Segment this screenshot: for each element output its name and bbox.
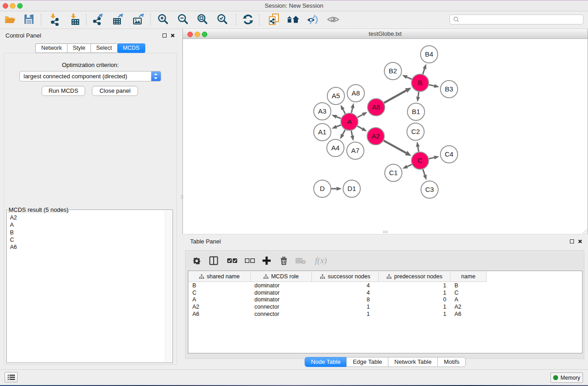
edge-C-C4[interactable] [429, 157, 435, 159]
column-header-successor-nodes[interactable]: successor nodes [312, 272, 379, 282]
table-row[interactable]: Bdominator41B [188, 282, 582, 289]
graph-node-B[interactable]: B [411, 74, 429, 91]
tab-select[interactable]: Select [91, 43, 117, 53]
graph-node-B4[interactable]: B4 [421, 46, 438, 63]
graph-node-A1[interactable]: A1 [314, 124, 331, 141]
edge-A-A5[interactable] [343, 110, 345, 114]
mcds-result-item[interactable]: B [10, 229, 165, 236]
export-table-icon[interactable] [110, 13, 125, 26]
import-table-icon[interactable] [67, 13, 83, 26]
float-panel-icon[interactable] [163, 33, 167, 38]
network-window-titlebar[interactable]: testGlobe.txt [183, 29, 588, 39]
select-all-checkboxes-icon[interactable] [225, 253, 239, 268]
table-row[interactable]: A2connector11A2 [188, 303, 582, 310]
edge-B-B1[interactable] [418, 92, 419, 97]
graph-node-A7[interactable]: A7 [347, 142, 364, 159]
zoom-in-icon[interactable] [156, 13, 171, 26]
graph-node-A[interactable]: A [341, 113, 358, 130]
edge-B-B2[interactable] [407, 77, 412, 79]
tab-mcds[interactable]: MCDS [117, 43, 145, 53]
edge-A-A6[interactable] [358, 114, 363, 117]
graph-node-A2[interactable]: A2 [367, 128, 384, 145]
table-close-panel-icon[interactable] [578, 239, 582, 244]
refresh-view-icon[interactable] [240, 13, 256, 26]
graph-node-B3[interactable]: B3 [440, 81, 458, 98]
edge-B-B4[interactable] [423, 69, 425, 74]
edge-A-A3[interactable] [336, 117, 341, 119]
import-network-icon[interactable] [47, 13, 62, 26]
close-panel-icon[interactable] [171, 33, 175, 38]
tab-motifs[interactable]: Motifs [437, 357, 466, 367]
show-columns-icon[interactable] [206, 253, 221, 268]
graph-node-A5[interactable]: A5 [327, 87, 344, 105]
memory-button[interactable]: Memory [550, 372, 583, 383]
mcds-result-item[interactable]: A6 [10, 243, 165, 251]
graph-node-D1[interactable]: D1 [343, 180, 360, 197]
home-layout-icon[interactable] [285, 13, 301, 26]
column-header-predecessor-nodes[interactable]: predecessor nodes [379, 272, 450, 282]
unselect-all-checkboxes-icon[interactable] [243, 253, 257, 268]
mcds-result-item[interactable]: C [10, 236, 165, 243]
delete-column-icon[interactable] [277, 253, 291, 268]
table-row[interactable]: A6connector11A6 [188, 310, 582, 318]
column-header-shared-name[interactable]: shared name [188, 272, 251, 282]
column-header-MCDS-role[interactable]: MCDS role [251, 272, 312, 282]
graph-node-A3[interactable]: A3 [314, 103, 331, 120]
mcds-result-item[interactable]: A2 [10, 214, 165, 221]
graph-node-C1[interactable]: C1 [385, 164, 402, 181]
export-network-icon[interactable] [90, 13, 105, 26]
column-header-name[interactable]: name [450, 272, 487, 282]
graph-node-A8[interactable]: A8 [347, 85, 364, 102]
open-session-icon[interactable] [2, 13, 18, 26]
mcds-result-item[interactable]: A [10, 221, 165, 229]
graph-node-C3[interactable]: C3 [421, 181, 438, 198]
zoom-out-icon[interactable] [176, 13, 191, 26]
graph-node-D[interactable]: D [314, 180, 331, 197]
tab-edge-table[interactable]: Edge Table [346, 357, 388, 367]
tab-network[interactable]: Network [35, 43, 67, 53]
table-float-panel-icon[interactable] [570, 239, 574, 243]
edge-A2-C[interactable] [384, 141, 406, 153]
graph-node-A4[interactable]: A4 [327, 139, 344, 157]
search-input[interactable] [460, 16, 583, 23]
edge-A-A7[interactable] [351, 131, 352, 136]
graph-node-B2[interactable]: B2 [384, 62, 402, 80]
graph-node-C4[interactable]: C4 [440, 146, 458, 163]
resize-corner-handle[interactable] [582, 228, 588, 234]
edge-B-B3[interactable] [429, 85, 435, 86]
mcds-result-list[interactable]: A2ABCA6 [7, 214, 165, 362]
result-scrollbar[interactable] [165, 210, 172, 362]
graph-node-A6[interactable]: A6 [368, 99, 385, 116]
zoom-fit-icon[interactable] [195, 13, 210, 26]
graph-node-C[interactable]: C [411, 152, 429, 169]
bottom-grip-handle[interactable] [382, 230, 389, 234]
edge-A-A1[interactable] [336, 125, 341, 127]
run-mcds-button[interactable]: Run MCDS [42, 86, 85, 96]
task-history-button[interactable] [5, 372, 18, 382]
graph-node-C2[interactable]: C2 [407, 123, 424, 140]
add-column-icon[interactable] [259, 253, 274, 268]
table-row[interactable]: Adominator80A [188, 296, 582, 303]
edge-A-A8[interactable] [351, 108, 352, 113]
edge-C-C3[interactable] [423, 169, 425, 175]
close-panel-button[interactable]: Close panel [92, 86, 138, 96]
edge-A6-B[interactable] [384, 91, 406, 103]
edge-A-A2[interactable] [358, 126, 363, 129]
export-image-icon[interactable] [130, 13, 146, 26]
criterion-dropdown[interactable]: largest connected component (directed) [19, 71, 161, 81]
edge-C-C1[interactable] [407, 164, 411, 167]
tab-style[interactable]: Style [67, 43, 91, 53]
table-row[interactable]: Cdominator41C [188, 289, 582, 296]
graph-node-B1[interactable]: B1 [407, 103, 425, 120]
edge-C-C2[interactable] [418, 147, 419, 152]
search-field[interactable] [449, 14, 583, 24]
show-hide-eye-icon[interactable] [325, 13, 341, 26]
save-session-icon[interactable] [21, 13, 37, 26]
left-grip-handle[interactable] [181, 195, 184, 200]
network-graph[interactable]: AA1A2A3A4A5A6A7A8BB1B2B3B4CC1C2C3C4DD1 [183, 40, 588, 234]
tab-network-table[interactable]: Network Table [388, 357, 437, 367]
zoom-selected-icon[interactable] [215, 13, 230, 26]
table-options-gear-icon[interactable] [189, 253, 204, 268]
tab-node-table[interactable]: Node Table [305, 357, 347, 367]
duplicate-network-icon[interactable] [266, 13, 282, 26]
